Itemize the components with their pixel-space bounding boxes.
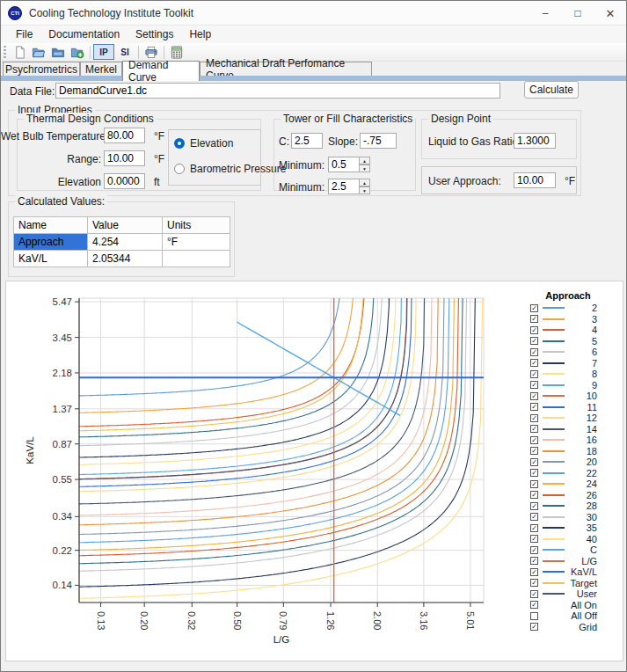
cell-kavl-value: 2.05344 — [88, 251, 163, 267]
calculate-button[interactable]: Calculate — [524, 81, 579, 99]
radio-barometric[interactable]: Barometric Pressure — [174, 163, 286, 175]
legend-checkbox[interactable]: ✓ — [530, 447, 538, 455]
menu-help[interactable]: Help — [181, 26, 219, 42]
calculator-icon[interactable] — [167, 44, 186, 61]
tab-demand-curve[interactable]: Demand Curve — [122, 61, 200, 81]
legend-checkbox[interactable]: ✓ — [530, 480, 538, 488]
slope-input[interactable] — [360, 133, 397, 149]
range-input[interactable] — [104, 150, 145, 166]
cell-approach-name[interactable]: Approach — [14, 234, 88, 251]
legend-checkbox[interactable]: ✓ — [530, 392, 538, 400]
menu-file[interactable]: File — [8, 26, 40, 42]
legend-checkbox[interactable]: ✓ — [530, 557, 538, 565]
axis-tick-label: 2.00 — [372, 611, 383, 630]
legend-checkbox[interactable]: ✓ — [530, 590, 538, 598]
user-approach-unit: °F — [565, 175, 575, 187]
legend-label: 3 — [565, 314, 620, 325]
radio-barometric-dot[interactable] — [174, 164, 185, 174]
save-file-icon[interactable] — [48, 44, 68, 61]
legend-checkbox[interactable]: ✓ — [530, 469, 538, 477]
legend-checkbox[interactable]: ✓ — [530, 414, 538, 422]
c-input[interactable] — [291, 133, 323, 149]
user-approach-input[interactable] — [514, 172, 556, 188]
si-units-button[interactable]: SI — [114, 44, 135, 60]
legend-row-c: ✓C — [523, 544, 620, 556]
legend-label: Grid — [565, 622, 620, 632]
tab-psychrometrics[interactable]: Psychrometrics — [3, 62, 80, 76]
legend-checkbox[interactable]: ✓ — [530, 348, 538, 356]
chart-curve — [79, 292, 340, 396]
minimum2-input[interactable] — [328, 179, 360, 194]
legend-checkbox[interactable]: ✓ — [530, 491, 538, 499]
legend-row-14: ✓14 — [523, 424, 620, 435]
print-icon[interactable] — [142, 44, 161, 61]
legend-checkbox[interactable]: ✓ — [530, 425, 538, 433]
legend-checkbox[interactable]: ✓ — [530, 546, 538, 554]
legend-title: Approach — [536, 290, 601, 303]
tab-merkel[interactable]: Merkel — [80, 62, 122, 76]
col-name: Name — [14, 217, 88, 234]
minimize-button[interactable]: – — [529, 1, 561, 26]
legend-line-swatch — [543, 450, 565, 452]
legend-checkbox[interactable]: ✓ — [530, 579, 538, 587]
legend-line-swatch — [543, 538, 565, 540]
legend-checkbox[interactable]: ✓ — [530, 436, 538, 444]
wet-bulb-input[interactable] — [104, 128, 145, 143]
legend-checkbox[interactable] — [530, 612, 538, 620]
ip-units-button[interactable]: IP — [93, 44, 114, 60]
radio-elevation[interactable]: Elevation — [174, 137, 233, 150]
cell-kavl-name[interactable]: KaV/L — [14, 251, 88, 267]
add-file-icon[interactable] — [68, 44, 87, 61]
legend-checkbox[interactable]: ✓ — [530, 513, 538, 521]
legend-checkbox[interactable]: ✓ — [530, 458, 538, 466]
legend-checkbox[interactable]: ✓ — [530, 337, 538, 345]
legend-line-swatch — [543, 604, 565, 606]
toolbar-separator — [164, 46, 164, 59]
menu-bar: File Documentation Settings Help — [1, 26, 626, 43]
axis-tick-label: 2.18 — [53, 368, 72, 378]
new-file-icon[interactable] — [10, 44, 29, 61]
axis-tick-label: 0.22 — [53, 545, 72, 556]
tab-mechanical-draft[interactable]: Mechanical Draft Perfomance Curve — [200, 62, 372, 76]
legend-line-swatch — [543, 505, 565, 507]
axis-tick-label: 0.55 — [53, 474, 72, 485]
menu-settings[interactable]: Settings — [128, 26, 181, 42]
legend-checkbox[interactable]: ✓ — [530, 359, 538, 367]
legend-checkbox[interactable]: ✓ — [530, 381, 538, 389]
table-row[interactable]: Approach 4.254 °F — [14, 234, 230, 251]
lg-ratio-input[interactable] — [514, 133, 556, 149]
chart-legend: Approach ✓2✓3✓4✓5✓6✓7✓8✓9✓10✓11✓12✓14✓16… — [523, 290, 620, 632]
legend-checkbox[interactable]: ✓ — [530, 326, 538, 334]
legend-line-swatch — [543, 516, 565, 518]
legend-checkbox[interactable]: ✓ — [530, 568, 538, 576]
table-row[interactable]: KaV/L 2.05344 — [14, 251, 230, 267]
range-unit: °F — [154, 153, 164, 165]
legend-checkbox[interactable]: ✓ — [530, 370, 538, 378]
legend-checkbox[interactable]: ✓ — [530, 601, 538, 609]
legend-checkbox[interactable]: ✓ — [530, 403, 538, 411]
maximize-button[interactable]: □ — [562, 1, 594, 26]
legend-checkbox[interactable]: ✓ — [530, 535, 538, 543]
minimum2-stepper[interactable]: ▲▼ — [359, 179, 370, 194]
legend-line-swatch — [543, 362, 565, 364]
open-file-icon[interactable] — [29, 44, 48, 61]
legend-checkbox[interactable]: ✓ — [530, 304, 538, 312]
legend-checkbox[interactable]: ✓ — [530, 315, 538, 323]
legend-checkbox[interactable]: ✓ — [530, 524, 538, 532]
legend-row-target: ✓Target — [523, 578, 620, 589]
menu-documentation[interactable]: Documentation — [40, 26, 128, 42]
legend-label: 6 — [565, 347, 620, 357]
legend-checkbox[interactable]: ✓ — [530, 502, 538, 510]
radio-elevation-dot[interactable] — [174, 138, 185, 149]
legend-row-30: ✓30 — [523, 512, 620, 523]
x-axis-title: L/G — [273, 634, 290, 645]
minimum1-input[interactable] — [328, 157, 360, 172]
calculated-values-table: Name Value Units Approach 4.254 °F KaV/L… — [13, 216, 230, 267]
legend-checkbox[interactable]: ✓ — [530, 623, 538, 631]
data-file-input[interactable] — [55, 83, 500, 99]
minimum1-stepper[interactable]: ▲▼ — [359, 157, 370, 172]
legend-label: 7 — [565, 358, 620, 369]
axis-tick-label: 5.01 — [465, 611, 476, 630]
close-button[interactable]: ✕ — [594, 1, 626, 26]
elevation-input[interactable] — [104, 173, 145, 189]
